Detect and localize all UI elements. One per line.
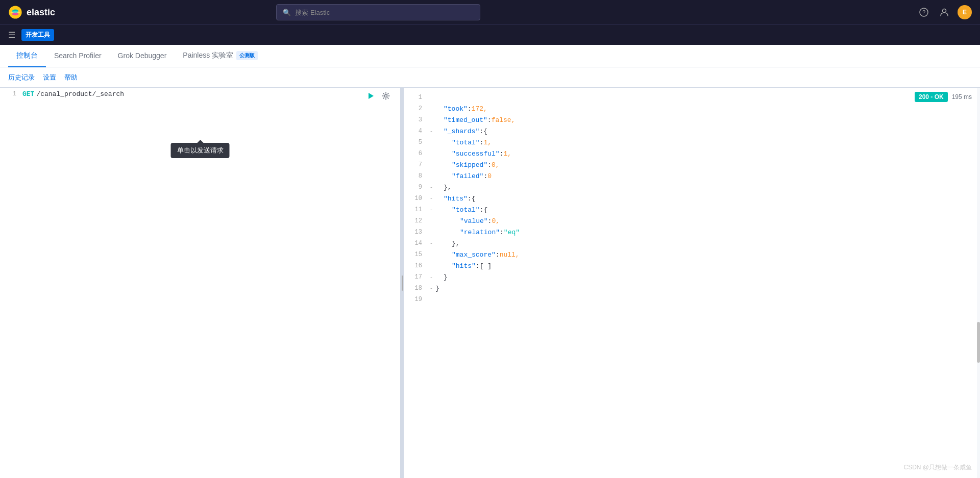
request-url: /canal_product/_search <box>36 90 124 98</box>
json-response-line: 8"failed" : 0 <box>404 170 980 182</box>
json-colon: : <box>468 195 472 203</box>
editor-area[interactable]: 1 GET /canal_product/_search 单击以发送请求 <box>0 88 400 478</box>
json-colon: : <box>496 251 500 259</box>
divider-handle <box>402 275 403 291</box>
json-value: 172, <box>472 105 487 113</box>
json-key: "failed" <box>452 172 483 180</box>
json-value: }, <box>452 240 460 247</box>
status-bar: 200 - OK 195 ms <box>915 92 972 102</box>
json-key: "relation" <box>460 229 500 236</box>
svg-point-8 <box>385 95 387 97</box>
json-response-line: 5"total" : 1, <box>404 137 980 148</box>
elastic-logo[interactable]: elastic <box>8 5 55 19</box>
json-response-line: 12"value" : 0, <box>404 215 980 227</box>
json-value: false, <box>492 116 516 124</box>
json-line-number: 4 <box>408 128 422 135</box>
json-response-line: 16"hits" : [ ] <box>404 260 980 271</box>
status-code-badge: 200 - OK <box>915 92 948 102</box>
json-line-number: 9 <box>408 184 422 191</box>
json-value: { <box>472 195 476 203</box>
json-collapse-icon[interactable]: - <box>428 196 434 202</box>
json-line-number: 14 <box>408 240 422 247</box>
json-collapse-icon[interactable]: - <box>428 129 434 134</box>
tab-grok-debugger[interactable]: Grok Debugger <box>110 45 175 67</box>
response-scrollbar[interactable] <box>977 88 980 478</box>
elastic-logo-text: elastic <box>27 7 55 18</box>
elastic-logo-icon <box>8 5 22 19</box>
json-response-line: 17-} <box>404 271 980 283</box>
watermark: CSDN @只想做一条咸鱼 <box>903 463 972 472</box>
json-value: 0, <box>492 161 500 169</box>
scrollbar-thumb <box>977 322 980 363</box>
json-response-line: 10-"hits" : { <box>404 193 980 204</box>
json-colon: : <box>487 161 492 169</box>
help-circle-icon[interactable]: ? <box>917 5 931 19</box>
json-value: 0 <box>487 172 492 180</box>
json-line-number: 15 <box>408 251 422 258</box>
json-key: "value" <box>460 217 488 225</box>
json-value: null, <box>500 251 520 259</box>
json-response-line: 11-"total" : { <box>404 204 980 215</box>
global-search-input[interactable] <box>295 9 474 16</box>
send-request-tooltip: 单击以发送请求 <box>171 143 230 158</box>
json-value: { <box>483 206 487 214</box>
json-colon: : <box>488 217 492 225</box>
json-collapse-icon[interactable]: - <box>428 185 434 190</box>
json-response-line: 1 <box>404 92 980 103</box>
json-key: "hits" <box>444 195 468 203</box>
json-response-line: 13"relation" : "eq" <box>404 227 980 238</box>
json-response-line: 15"max_score" : null, <box>404 249 980 260</box>
json-line-number: 11 <box>408 206 422 213</box>
toolbar-settings[interactable]: 设置 <box>43 73 56 82</box>
avatar[interactable]: E <box>958 5 972 19</box>
json-key: "_shards" <box>444 128 479 135</box>
sub-nav: ☰ 开发工具 <box>0 24 980 45</box>
json-colon: : <box>483 172 487 180</box>
json-colon: : <box>468 105 472 113</box>
json-line-number: 17 <box>408 273 422 281</box>
tab-painless-lab[interactable]: Painless 实验室 公测版 <box>175 45 266 67</box>
json-key: "skipped" <box>452 161 487 169</box>
json-response-line: 9-}, <box>404 182 980 193</box>
editor-action-icons <box>364 90 392 102</box>
svg-text:?: ? <box>922 9 925 15</box>
json-key: "hits" <box>452 262 476 270</box>
json-line-number: 16 <box>408 262 422 269</box>
json-line-number: 13 <box>408 229 422 236</box>
json-value: { <box>483 128 487 135</box>
tab-search-profiler[interactable]: Search Profiler <box>46 45 110 67</box>
nav-right: ? E <box>917 5 972 19</box>
json-collapse-icon[interactable]: - <box>428 274 434 280</box>
json-line-number: 18 <box>408 285 422 292</box>
global-search-bar[interactable]: 🔍 <box>276 4 480 20</box>
json-response-line: 3"timed_out" : false, <box>404 114 980 125</box>
json-value: 1, <box>503 150 511 158</box>
json-key: "timed_out" <box>444 116 487 124</box>
search-icon: 🔍 <box>283 9 291 16</box>
http-method: GET <box>22 90 34 98</box>
dev-tools-badge[interactable]: 开发工具 <box>21 29 54 41</box>
json-colon: : <box>476 262 480 270</box>
hamburger-menu[interactable]: ☰ <box>8 30 15 40</box>
editor-line-1[interactable]: 1 GET /canal_product/_search <box>0 88 400 100</box>
json-colon: : <box>480 206 484 214</box>
json-value: 1, <box>483 139 492 146</box>
json-output[interactable]: 12"took" : 172,3"timed_out" : false,4-"_… <box>404 88 980 478</box>
json-response-line: 19 <box>404 294 980 305</box>
run-request-button[interactable] <box>364 90 377 102</box>
toolbar-history[interactable]: 历史记录 <box>8 73 35 82</box>
json-line-number: 8 <box>408 172 422 180</box>
json-value: "eq" <box>504 229 520 236</box>
user-icon[interactable] <box>937 5 951 19</box>
json-key: "successful" <box>452 150 500 158</box>
json-colon: : <box>500 150 504 158</box>
json-collapse-icon[interactable]: - <box>428 207 434 213</box>
tab-console[interactable]: 控制台 <box>8 45 46 67</box>
response-time: 195 ms <box>952 93 972 100</box>
request-settings-button[interactable] <box>380 90 392 102</box>
json-collapse-icon[interactable]: - <box>428 241 434 246</box>
toolbar-help[interactable]: 帮助 <box>64 73 78 82</box>
json-collapse-icon[interactable]: - <box>428 286 434 291</box>
json-response-line: 6"successful" : 1, <box>404 148 980 159</box>
json-key: "total" <box>452 206 480 214</box>
